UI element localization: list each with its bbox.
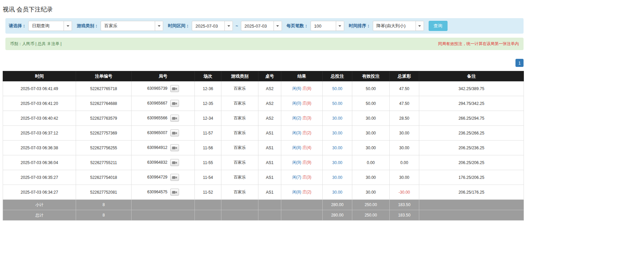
note-cell: 236.25/266.25 [419,126,524,141]
subtotal-label: 小计 [3,200,76,210]
chevron-down-icon[interactable] [274,21,282,31]
header-bet-id: 注单编号 [76,71,132,81]
header-total-bet: 总投注 [323,71,352,81]
video-replay-button[interactable] [170,115,179,122]
payout-cell: 28.50 [390,111,419,126]
game-type-cell: 百家乐 [221,126,258,141]
session-cell: 12-34 [195,111,221,126]
chevron-down-icon[interactable] [224,21,232,31]
player-result: 闲(8) [292,190,301,194]
chevron-down-icon[interactable] [416,21,424,31]
video-replay-button[interactable] [170,189,179,196]
video-camera-icon [172,190,177,194]
pagination-page-1[interactable]: 1 [515,59,524,67]
payout-cell: 30.00 [390,170,419,185]
game-type-cell: 百家乐 [221,111,258,126]
banker-result: 庄(3) [302,175,312,180]
per-page-select[interactable]: 100 [311,21,344,31]
round-id-cell: 630964729 [132,170,195,185]
total-count: 8 [76,210,132,221]
total-bet-link[interactable]: 30.00 [332,160,342,165]
header-round-id: 局号 [132,71,195,81]
time-cell: 2025-07-03 06:40:42 [3,111,76,126]
total-payout: 183.50 [390,210,419,221]
video-replay-button[interactable] [170,159,179,166]
video-camera-icon [172,87,177,91]
header-payout: 总派彩 [390,71,419,81]
per-page-label: 每页笔数： [287,23,309,29]
total-bet-cell: 30.00 [323,126,352,141]
query-type-label: 请选择： [9,23,26,29]
video-replay-button[interactable] [170,129,179,136]
total-bet-link[interactable]: 30.00 [332,116,342,121]
round-id-cell: 630964832 [132,155,195,170]
video-replay-button[interactable] [170,100,179,107]
table-row: 2025-07-03 06:36:04 522627755211 6309648… [3,155,524,170]
table-row: 2025-07-03 06:40:42 522627763579 6309655… [3,111,524,126]
pagination: 1 [3,59,524,67]
video-camera-icon [172,146,177,150]
video-camera-icon [172,131,177,135]
total-bet-cell: 50.00 [323,81,352,96]
player-result: 闲(6) [292,86,301,91]
video-camera-icon [172,161,177,165]
round-id: 630964729 [147,175,167,180]
betting-records-table: 时间 注单编号 局号 场次 游戏类别 桌号 结果 总投注 有效投注 总派彩 备注… [3,71,524,221]
chevron-down-icon[interactable] [64,21,72,31]
banker-result: 庄(4) [302,145,312,150]
bet-id-cell: 522627755211 [76,155,132,170]
total-label: 总计 [3,210,76,221]
time-range-group: 时间区间： 2025-07-03 ~ 2025-07-03 [168,21,282,31]
valid-bet-cell: 0.00 [352,155,390,170]
subtotal-payout: 183.50 [390,200,419,210]
player-result: 闲(3) [292,130,301,135]
total-bet-link[interactable]: 50.00 [332,86,342,91]
query-type-value: 日期查询 [29,21,64,31]
round-id: 630964832 [147,160,167,165]
round-id: 630965667 [147,101,167,106]
video-replay-button[interactable] [170,144,179,151]
date-from-select[interactable]: 2025-07-03 [192,21,233,31]
game-type-cell: 百家乐 [221,170,258,185]
total-bet-link[interactable]: 30.00 [332,175,342,180]
payout-cell: 47.50 [390,96,419,111]
player-result: 闲(0) [292,101,301,106]
table-number-cell: AS2 [258,111,281,126]
date-to-select[interactable]: 2025-07-03 [241,21,282,31]
subtotal-valid-bet: 250.00 [352,200,390,210]
game-type-group: 游戏类别： 百家乐 [77,21,163,31]
search-button[interactable]: 查询 [429,21,448,31]
valid-bet-note: 同局有效投注，统一计算在该局第一张注单内 [438,41,519,47]
valid-bet-cell: 30.00 [352,126,390,141]
session-cell: 11-57 [195,126,221,141]
query-type-select[interactable]: 日期查询 [28,21,72,31]
valid-bet-cell: 30.00 [352,111,390,126]
currency-total-text: 币别：人民币 | 总共 :8 注单 | [10,41,62,47]
total-bet-link[interactable]: 50.00 [332,101,342,106]
video-replay-button[interactable] [170,174,179,181]
chevron-down-icon[interactable] [155,21,163,31]
total-bet-link[interactable]: 30.00 [332,190,342,195]
sort-select[interactable]: 降幂(由大到小) [373,21,424,31]
valid-bet-cell: 30.00 [352,141,390,155]
game-type-select[interactable]: 百家乐 [101,21,163,31]
payout-cell: -30.00 [390,185,419,200]
total-row: 总计 8 280.00 250.00 183.50 [3,210,524,221]
table-row: 2025-07-03 06:41:49 522627765718 6309657… [3,81,524,96]
total-bet-cell: 30.00 [323,155,352,170]
player-result: 闲(9) [292,160,301,165]
banker-result: 庄(8) [302,101,312,106]
page: 视讯 会员下注纪录 请选择： 日期查询 游戏类别： 百家乐 时间区间： 2025… [0,0,524,221]
round-id-cell: 630965667 [132,96,195,111]
chevron-down-icon[interactable] [336,21,344,31]
table-footer: 小计 8 280.00 250.00 183.50 总计 8 [3,200,524,221]
header-time: 时间 [3,71,76,81]
bet-id-cell: 522627765718 [76,81,132,96]
total-bet-link[interactable]: 30.00 [332,146,342,150]
time-cell: 2025-07-03 06:36:38 [3,141,76,155]
session-cell: 12-35 [195,96,221,111]
time-cell: 2025-07-03 06:34:27 [3,185,76,200]
video-replay-button[interactable] [170,85,179,92]
date-from-value: 2025-07-03 [192,21,224,31]
total-bet-link[interactable]: 30.00 [332,131,342,135]
